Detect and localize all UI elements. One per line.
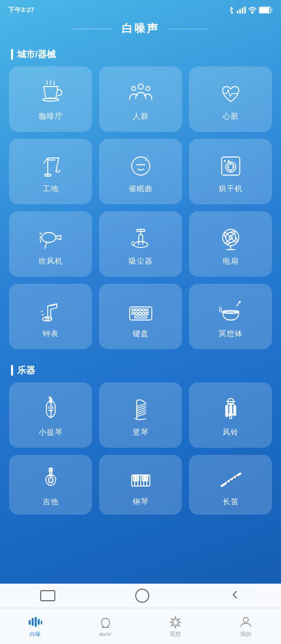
profile-nav-icon xyxy=(239,615,253,629)
vacuum-icon xyxy=(128,225,154,252)
svg-rect-98 xyxy=(35,617,37,627)
card-piano-label: 钢琴 xyxy=(133,497,149,507)
nav-meditation[interactable]: 冥想 xyxy=(141,611,211,642)
card-windchime[interactable]: 风铃 xyxy=(189,382,272,448)
asmr-nav-icon xyxy=(99,615,113,629)
card-vacuum-label: 吸尘器 xyxy=(129,257,153,266)
signal-icon xyxy=(237,7,246,14)
nav-profile[interactable]: 我的 xyxy=(211,611,281,642)
card-keyboard[interactable]: 键盘 xyxy=(99,284,182,349)
svg-rect-89 xyxy=(142,475,145,481)
guitar-icon xyxy=(38,466,64,492)
card-harp-label: 竖琴 xyxy=(133,428,149,437)
title-line-right xyxy=(168,29,209,29)
clock-icon xyxy=(38,298,64,324)
card-harp[interactable]: 竖琴 xyxy=(99,382,182,448)
nav-asmr-label: asmr xyxy=(99,631,111,637)
fan-icon xyxy=(218,225,244,252)
card-hairdryer[interactable]: 吹风机 xyxy=(9,211,92,277)
section-city-machinery: 城市/器械 xyxy=(0,43,281,66)
hairdryer-icon xyxy=(38,225,64,252)
svg-rect-100 xyxy=(41,620,42,624)
card-crowd-label: 人群 xyxy=(133,112,149,121)
svg-point-9 xyxy=(132,87,136,91)
card-hairdryer-label: 吹风机 xyxy=(39,257,63,266)
svg-rect-47 xyxy=(142,312,145,314)
svg-point-7 xyxy=(43,98,59,101)
svg-point-91 xyxy=(227,482,229,484)
section-bar xyxy=(11,49,13,60)
dryer-icon xyxy=(218,153,244,179)
lullaby-icon: z z xyxy=(128,153,154,179)
card-lullaby-label: 催眠曲 xyxy=(129,184,153,194)
svg-rect-46 xyxy=(139,312,141,314)
svg-line-15 xyxy=(44,158,48,163)
svg-rect-39 xyxy=(132,309,134,311)
card-flute[interactable]: 长笛 xyxy=(189,455,272,515)
svg-point-52 xyxy=(239,301,241,303)
svg-rect-45 xyxy=(135,312,138,314)
nav-asmr[interactable]: asmr xyxy=(70,611,141,641)
card-guitar[interactable]: 吉他 xyxy=(9,455,92,515)
svg-point-31 xyxy=(229,236,232,239)
sys-nav-home[interactable] xyxy=(135,589,149,603)
svg-point-101 xyxy=(243,617,248,622)
heart-icon xyxy=(218,80,244,107)
card-flute-label: 长笛 xyxy=(223,497,239,507)
card-dryer[interactable]: 烘干机 xyxy=(189,139,272,204)
card-heart[interactable]: 心脏 xyxy=(189,66,272,132)
svg-point-93 xyxy=(233,478,235,480)
svg-rect-40 xyxy=(135,309,138,311)
svg-point-26 xyxy=(42,232,56,243)
svg-point-8 xyxy=(138,84,143,89)
card-cafe[interactable]: 咖啡厅 xyxy=(9,66,92,132)
card-clock[interactable]: 钟表 xyxy=(9,284,92,349)
card-violin[interactable]: 小提琴 xyxy=(9,382,92,448)
grid-city-machinery: 咖啡厅 人群 xyxy=(0,66,281,354)
card-piano[interactable]: 钢琴 xyxy=(99,455,182,515)
card-cafe-label: 咖啡厅 xyxy=(39,112,63,121)
svg-rect-49 xyxy=(135,316,147,318)
card-violin-label: 小提琴 xyxy=(39,428,63,437)
svg-point-4 xyxy=(252,13,253,14)
page-title: 白噪声 xyxy=(118,21,163,36)
battery-icon xyxy=(259,7,273,14)
card-heart-label: 心脏 xyxy=(223,112,239,121)
card-bowl[interactable]: 冥想钵 xyxy=(189,284,272,349)
section-instruments: 乐器 xyxy=(0,359,281,382)
bowl-icon xyxy=(218,298,244,324)
windchime-icon xyxy=(218,396,244,423)
svg-line-14 xyxy=(57,158,59,167)
svg-point-18 xyxy=(132,157,150,175)
nav-profile-label: 我的 xyxy=(240,630,251,638)
card-fan[interactable]: 电扇 xyxy=(189,211,272,277)
wifi-icon xyxy=(248,7,257,14)
nav-whitenoise[interactable]: 白噪 xyxy=(0,611,70,642)
card-construction-label: 工地 xyxy=(43,184,59,194)
svg-rect-43 xyxy=(146,309,148,311)
sys-nav-back[interactable] xyxy=(230,589,241,602)
svg-rect-87 xyxy=(133,475,136,481)
svg-point-92 xyxy=(230,480,232,482)
sys-nav-recent[interactable] xyxy=(40,590,55,601)
status-bar: 下午3:27 xyxy=(0,0,281,18)
card-keyboard-label: 键盘 xyxy=(133,329,149,339)
svg-rect-3 xyxy=(244,7,246,14)
svg-text:z: z xyxy=(147,155,148,158)
svg-rect-96 xyxy=(29,620,31,625)
card-bowl-label: 冥想钵 xyxy=(219,329,243,339)
whitenoise-nav-icon xyxy=(28,615,42,629)
card-lullaby[interactable]: z z 催眠曲 xyxy=(99,139,182,204)
nav-meditation-label: 冥想 xyxy=(170,630,181,638)
svg-rect-97 xyxy=(32,618,34,626)
section-bar-instruments xyxy=(11,365,13,376)
svg-rect-90 xyxy=(145,475,148,481)
svg-rect-6 xyxy=(260,8,269,13)
construction-icon xyxy=(38,153,64,179)
card-construction[interactable]: 工地 xyxy=(9,139,92,204)
card-crowd[interactable]: 人群 xyxy=(99,66,182,132)
sys-nav-bar xyxy=(0,584,281,608)
status-time: 下午3:27 xyxy=(8,6,34,15)
svg-rect-2 xyxy=(242,8,243,14)
card-vacuum[interactable]: 吸尘器 xyxy=(99,211,182,277)
